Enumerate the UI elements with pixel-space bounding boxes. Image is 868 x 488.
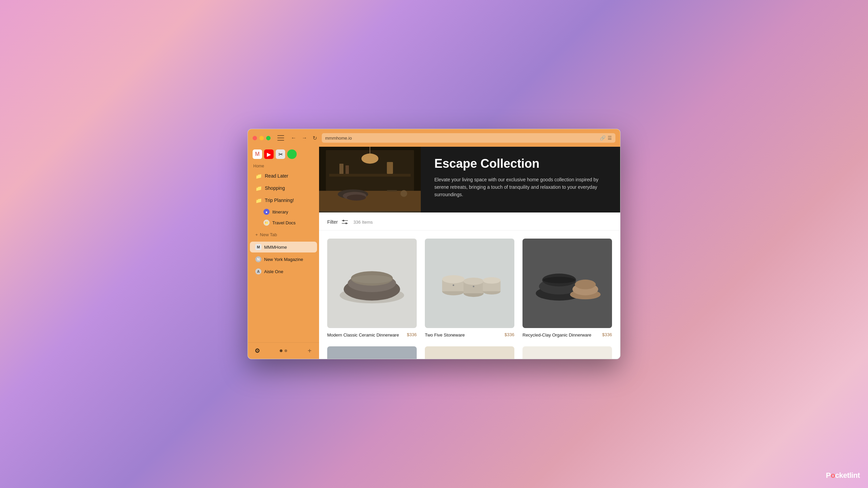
kitchen-illustration — [319, 147, 421, 211]
product-image-3 — [522, 239, 612, 328]
svg-point-28 — [463, 278, 484, 285]
sidebar-item-trip-planning[interactable]: 📁 Trip Planning! — [250, 195, 317, 206]
hero-title: Escape Collection — [434, 157, 607, 170]
product-image-4 — [327, 346, 417, 359]
new-tab-label: New Tab — [260, 232, 277, 237]
filter-label: Filter — [327, 219, 338, 225]
svg-point-4 — [361, 154, 378, 164]
svg-point-17 — [346, 223, 347, 224]
dot-indicators — [280, 349, 287, 352]
product-name-2: Two Five Stoneware — [425, 332, 502, 338]
read-later-label: Read Later — [265, 173, 288, 179]
svg-rect-6 — [346, 165, 349, 174]
close-button[interactable] — [253, 136, 257, 140]
svg-point-25 — [442, 275, 465, 283]
bookmark-custom1[interactable]: ✂ — [276, 149, 285, 159]
new-tab-button[interactable]: + New Tab — [250, 229, 317, 240]
sidebar-item-itinerary[interactable]: ● Itinerary — [250, 207, 317, 217]
bookmark-gmail[interactable]: M — [253, 149, 262, 159]
sidebar-item-travel-docs[interactable]: 📁 Travel Docs — [250, 218, 317, 228]
product-image-5 — [425, 346, 514, 359]
shopping-label: Shopping — [265, 185, 285, 191]
reader-icon: ☰ — [608, 135, 612, 141]
traffic-lights — [253, 136, 271, 140]
svg-rect-5 — [339, 164, 343, 174]
product-info-3: Recycled-Clay Organic Dinnerware $336 — [522, 332, 612, 338]
product-info-2: Two Five Stoneware $336 — [425, 332, 514, 338]
maximize-button[interactable] — [266, 136, 271, 140]
nymag-favicon: N — [255, 256, 261, 262]
tab-list: M MMMHome N New York Magazine A Aisle On… — [248, 241, 319, 342]
plus-icon: + — [255, 232, 258, 237]
title-bar: ← → ↻ mmmhome.io 🔗 ☰ — [248, 129, 620, 147]
tab-mmmhome[interactable]: M MMMHome — [250, 242, 317, 252]
product-price-3: $336 — [602, 332, 612, 337]
product-card-3[interactable]: Recycled-Clay Organic Dinnerware $336 — [522, 239, 612, 338]
item-count: 336 Items — [353, 220, 373, 225]
bookmark-youtube[interactable]: ▶ — [264, 149, 274, 159]
product-card-5[interactable] — [425, 346, 514, 359]
svg-point-13 — [400, 190, 407, 197]
svg-rect-7 — [387, 162, 393, 174]
svg-rect-2 — [329, 174, 411, 177]
bowl-svg-1 — [332, 243, 412, 324]
bookmark-custom2[interactable] — [287, 149, 297, 159]
dot-2 — [284, 349, 287, 352]
settings-icon[interactable]: ⚙ — [253, 346, 262, 355]
main-content: M ▶ ✂ Home 📁 Read Later 📁 Shopping 📁 Tri… — [248, 147, 620, 359]
trip-planning-label: Trip Planning! — [265, 198, 294, 203]
sidebar-item-shopping[interactable]: 📁 Shopping — [250, 182, 317, 194]
dot-1 — [280, 349, 282, 352]
product-card-2[interactable]: Two Five Stoneware $336 — [425, 239, 514, 338]
minimize-button[interactable] — [259, 136, 264, 140]
product-card-4[interactable] — [327, 346, 417, 359]
back-button[interactable]: ← — [290, 134, 298, 143]
product-name-3: Recycled-Clay Organic Dinnerware — [522, 332, 599, 338]
itinerary-icon: ● — [263, 209, 270, 215]
mmmhome-favicon: M — [255, 244, 261, 250]
sidebar-section-home: Home — [248, 162, 319, 170]
reload-button[interactable]: ↻ — [311, 134, 318, 143]
travel-docs-label: Travel Docs — [272, 220, 296, 225]
forward-button[interactable]: → — [300, 134, 309, 143]
aisle-one-label: Aisle One — [264, 269, 283, 274]
aisle-one-favicon: A — [255, 268, 261, 274]
sidebar-item-read-later[interactable]: 📁 Read Later — [250, 170, 317, 182]
tab-new-york-magazine[interactable]: N New York Magazine — [250, 254, 317, 265]
svg-point-33 — [473, 286, 475, 287]
filter-sliders-icon — [342, 220, 348, 224]
sidebar-bottom: ⚙ + — [248, 342, 319, 359]
hero-description: Elevate your living space with our exclu… — [434, 176, 607, 199]
add-tab-button[interactable]: + — [305, 346, 314, 355]
address-bar-icons: 🔗 ☰ — [600, 135, 612, 141]
web-content: Escape Collection Elevate your living sp… — [319, 147, 620, 359]
filter-icon[interactable] — [342, 220, 348, 224]
itinerary-label: Itinerary — [272, 209, 288, 215]
mmmhome-label: MMMHome — [264, 245, 287, 250]
svg-point-22 — [352, 275, 392, 283]
product-image-2 — [425, 239, 514, 328]
browser-window: ← → ↻ mmmhome.io 🔗 ☰ M ▶ ✂ Home — [248, 129, 620, 359]
nymag-label: New York Magazine — [264, 257, 303, 262]
product-image-1 — [327, 239, 417, 328]
svg-point-40 — [575, 280, 596, 289]
sidebar-toggle[interactable] — [277, 135, 284, 141]
product-card-6[interactable] — [522, 346, 612, 359]
address-bar[interactable]: mmmhome.io 🔗 ☰ — [322, 133, 615, 143]
svg-point-11 — [347, 195, 366, 201]
svg-point-37 — [543, 277, 575, 283]
bookmarks-bar: M ▶ ✂ — [248, 147, 319, 162]
product-price-1: $336 — [407, 332, 417, 337]
folder-icon: 📁 — [255, 197, 262, 204]
svg-point-15 — [343, 220, 344, 222]
filter-bar: Filter 336 Items — [319, 212, 620, 230]
tab-aisle-one[interactable]: A Aisle One — [250, 266, 317, 277]
travel-docs-icon: 📁 — [263, 220, 270, 226]
watermark: Pocketlint — [826, 471, 860, 480]
product-grid: Modern Classic Ceramic Dinnerware $336 — [319, 230, 620, 359]
product-name-1: Modern Classic Ceramic Dinnerware — [327, 332, 404, 338]
product-card-1[interactable]: Modern Classic Ceramic Dinnerware $336 — [327, 239, 417, 338]
product-price-2: $336 — [505, 332, 514, 337]
folder-icon: 📁 — [255, 185, 262, 191]
bowl-svg-3 — [527, 243, 608, 324]
